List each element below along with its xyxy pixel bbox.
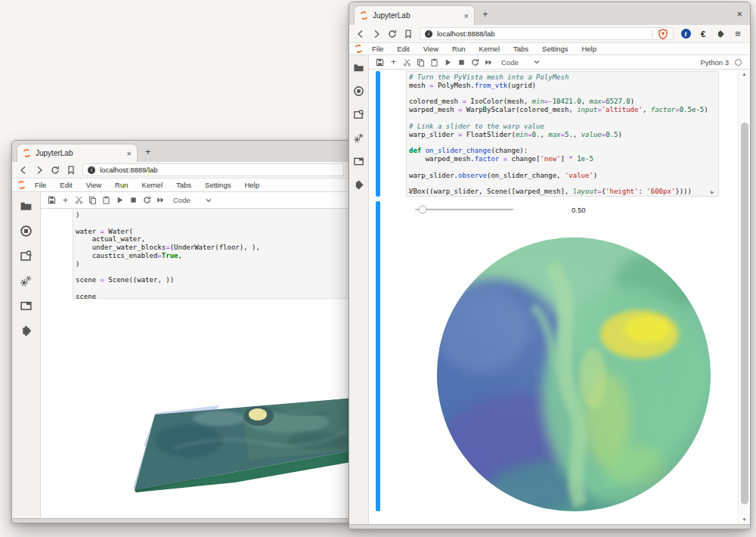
menu-item[interactable]: Run xyxy=(445,45,472,53)
url-bar[interactable]: i localhost:8888/lab | xyxy=(420,27,674,40)
cut-icon[interactable] xyxy=(401,57,413,67)
property-inspector-icon[interactable] xyxy=(20,250,33,262)
cell-type-dropdown[interactable]: Code xyxy=(501,58,519,67)
extension-euro-icon[interactable]: € xyxy=(698,29,708,39)
scrollbar-thumb[interactable] xyxy=(741,123,748,504)
chevron-down-icon[interactable] xyxy=(531,57,543,67)
add-cell-icon[interactable]: + xyxy=(388,57,399,67)
reload-icon[interactable] xyxy=(51,166,60,175)
window-bottom-edge xyxy=(12,518,351,523)
menu-item[interactable]: Kernel xyxy=(135,181,169,189)
menu-item[interactable]: Edit xyxy=(390,45,416,53)
fast-forward-icon[interactable] xyxy=(155,195,166,205)
slider-track[interactable] xyxy=(415,209,513,210)
add-cell-icon[interactable]: + xyxy=(60,195,71,205)
back-icon[interactable] xyxy=(356,29,365,39)
cell-hscroll-right-arrow[interactable]: ▶ xyxy=(711,189,714,194)
menu-item[interactable]: Kernel xyxy=(472,45,507,53)
site-info-icon[interactable]: i xyxy=(425,30,432,38)
reload-icon[interactable] xyxy=(388,29,397,39)
commands-icon[interactable] xyxy=(20,275,33,287)
notebook-scrollbar[interactable]: ▲ ▼ xyxy=(738,70,750,524)
url-text: localhost:8889/lab xyxy=(100,166,158,174)
slider-handle[interactable] xyxy=(419,206,427,214)
file-browser-icon[interactable] xyxy=(20,200,33,213)
menu-item[interactable]: Tabs xyxy=(507,45,535,53)
chevron-down-icon[interactable] xyxy=(203,195,215,205)
menu-item[interactable]: Settings xyxy=(198,181,237,189)
bookmark-icon[interactable] xyxy=(67,166,76,175)
kernel-name[interactable]: Python 3 xyxy=(701,58,730,67)
menu-item[interactable]: View xyxy=(417,45,445,53)
menu-hamburger-icon[interactable]: ≡ xyxy=(733,29,743,39)
url-divider: | xyxy=(651,29,653,38)
menu-item[interactable]: Edit xyxy=(53,181,79,189)
commands-icon[interactable] xyxy=(353,132,364,144)
url-bar[interactable]: i localhost:8889/lab xyxy=(82,163,344,176)
menu-item[interactable]: View xyxy=(79,181,108,189)
restart-kernel-icon[interactable] xyxy=(141,195,153,205)
site-info-icon[interactable]: i xyxy=(88,166,95,174)
run-icon[interactable] xyxy=(442,57,454,67)
file-browser-icon[interactable] xyxy=(353,62,364,73)
tab-title: JupyterLab xyxy=(36,149,73,157)
restart-kernel-icon[interactable] xyxy=(469,57,481,67)
copy-icon[interactable] xyxy=(87,195,98,205)
cell-type-dropdown[interactable]: Code xyxy=(173,196,191,204)
url-text: localhost:8888/lab xyxy=(437,29,495,38)
run-icon[interactable] xyxy=(114,195,125,205)
stop-icon[interactable] xyxy=(128,195,139,205)
extension-f-icon[interactable]: f xyxy=(680,29,691,39)
code-editor[interactable]: # Turn the PyVista mesh into a PolyMeshm… xyxy=(409,73,708,196)
menu-item[interactable]: Help xyxy=(575,45,603,53)
running-sessions-icon[interactable] xyxy=(20,225,33,237)
back-icon[interactable] xyxy=(19,166,28,175)
open-tabs-icon[interactable] xyxy=(353,156,364,167)
menu-item[interactable]: Settings xyxy=(535,45,575,53)
window-close-button[interactable]: × xyxy=(736,8,742,20)
running-sessions-icon[interactable] xyxy=(353,85,364,97)
copy-icon[interactable] xyxy=(415,57,426,67)
forward-icon[interactable] xyxy=(35,166,44,175)
cell-hscroll-left-arrow[interactable]: ◀ xyxy=(408,189,412,194)
new-tab-button[interactable]: + xyxy=(482,8,488,20)
water-scene-visualization[interactable] xyxy=(129,377,351,501)
menu-item[interactable]: Run xyxy=(108,181,135,189)
paste-icon[interactable] xyxy=(429,57,440,67)
browser-tab[interactable]: JupyterLab × xyxy=(354,5,475,25)
shield-icon[interactable] xyxy=(658,29,668,39)
browser-window-back[interactable]: JupyterLab × + i localhost:8889/lab File… xyxy=(11,140,352,523)
cell-input-collapser[interactable] xyxy=(376,71,380,197)
open-tabs-icon[interactable] xyxy=(20,300,33,312)
tab-close-icon[interactable]: × xyxy=(464,11,469,20)
save-icon[interactable] xyxy=(46,195,57,205)
menu-item[interactable]: File xyxy=(365,45,390,53)
menu-item[interactable]: Help xyxy=(237,181,266,189)
extension-manager-icon[interactable] xyxy=(353,179,364,191)
cut-icon[interactable] xyxy=(73,195,85,205)
slider-readout: 0.50 xyxy=(572,206,586,214)
browser-tab-bar: JupyterLab × + × xyxy=(349,2,750,25)
menu-item[interactable]: File xyxy=(28,181,53,189)
extension-manager-icon[interactable] xyxy=(20,324,33,337)
cell-output-collapser[interactable] xyxy=(376,201,380,511)
notebook-content[interactable]: ) water = Water( actual_water, under_wat… xyxy=(41,209,351,518)
extensions-puzzle-icon[interactable] xyxy=(715,29,726,39)
tab-close-icon[interactable]: × xyxy=(127,149,132,158)
scroll-down-icon[interactable]: ▼ xyxy=(739,517,750,522)
bookmark-icon[interactable] xyxy=(404,29,413,39)
browser-tab[interactable]: JupyterLab × xyxy=(17,144,138,162)
notebook-content[interactable]: # Turn the PyVista mesh into a PolyMeshm… xyxy=(369,70,750,524)
menu-item[interactable]: Tabs xyxy=(169,181,198,189)
save-icon[interactable] xyxy=(374,57,386,67)
browser-window-front[interactable]: JupyterLab × + × i localhost:8888/lab | … xyxy=(349,2,751,529)
code-editor[interactable]: ) water = Water( actual_water, under_wat… xyxy=(76,211,260,301)
forward-icon[interactable] xyxy=(372,29,381,39)
new-tab-button[interactable]: + xyxy=(145,146,151,157)
fast-forward-icon[interactable] xyxy=(483,57,494,67)
property-inspector-icon[interactable] xyxy=(353,109,364,120)
paste-icon[interactable] xyxy=(101,195,112,205)
scroll-up-icon[interactable]: ▲ xyxy=(739,72,750,76)
stop-icon[interactable] xyxy=(456,57,467,67)
globe-visualization[interactable] xyxy=(434,234,714,514)
